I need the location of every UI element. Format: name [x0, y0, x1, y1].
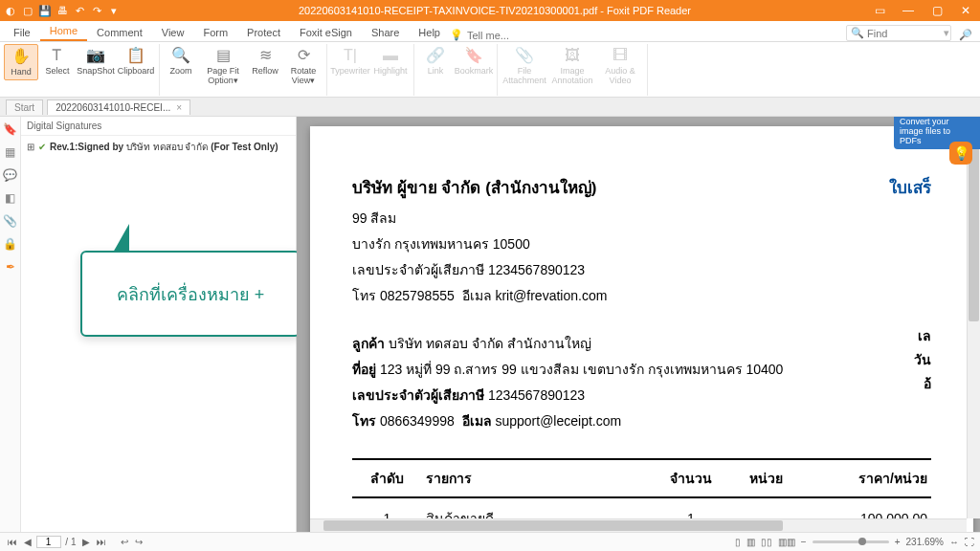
signatures-panel-icon[interactable]: ✒: [6, 260, 15, 274]
zoom-slider[interactable]: [813, 540, 889, 543]
fwd-view-icon[interactable]: ↪: [133, 537, 145, 547]
th-item: รายการ: [422, 459, 654, 497]
bulb-icon: 💡: [450, 29, 463, 41]
prev-page-icon[interactable]: ◀: [22, 537, 33, 547]
typewriter-button[interactable]: T|Typewriter: [331, 44, 369, 78]
tab-view[interactable]: View: [152, 24, 194, 41]
zoom-button[interactable]: 🔍Zoom: [164, 44, 198, 78]
tab-comment[interactable]: Comment: [87, 24, 152, 41]
layers-panel-icon[interactable]: ◧: [5, 191, 15, 205]
continuous-facing-view-icon[interactable]: ▥▥: [778, 537, 795, 547]
th-price: ราคา/หน่วย: [804, 459, 931, 497]
maximize-icon[interactable]: ▢: [926, 4, 947, 17]
highlight-button[interactable]: ▬Highlight: [371, 44, 410, 78]
fit-width-icon[interactable]: ↔: [949, 537, 959, 547]
find-input[interactable]: [867, 28, 944, 39]
tab-document[interactable]: 20220603141010-RECEI...×: [47, 99, 190, 115]
zoom-controls: − + 231.69% ↔ ⛶: [801, 537, 974, 547]
document-viewer[interactable]: Convert your image files to PDFs 💡 ใบเสร…: [297, 117, 980, 532]
viewer-horizontal-scrollbar[interactable]: [310, 518, 967, 532]
h-scroll-thumb[interactable]: [323, 520, 783, 531]
security-panel-icon[interactable]: 🔒: [3, 237, 17, 251]
back-view-icon[interactable]: ↩: [119, 537, 130, 547]
zoom-level[interactable]: 231.69%: [906, 537, 944, 547]
valid-sig-icon: ✔: [38, 142, 46, 152]
bookmarks-panel-icon[interactable]: 🔖: [3, 122, 17, 136]
thumbnails-panel-icon[interactable]: ▦: [5, 145, 15, 159]
image-icon: 🖼: [563, 46, 582, 65]
r-lab-no: เล: [918, 325, 931, 346]
tab-help[interactable]: Help: [409, 24, 450, 41]
signatures-panel-header: Digital Signatures: [21, 117, 296, 136]
status-bar: ⏮ ◀ / 1 ▶ ⏭ ↩ ↪ ▯ ▥ ▯▯ ▥▥ − + 231.69% ↔ …: [0, 532, 980, 551]
chevron-down-icon[interactable]: ▾: [944, 27, 949, 39]
media-icon: 🎞: [611, 46, 630, 65]
image-annotation-button[interactable]: 🖼Image Annotation: [549, 44, 595, 88]
print-icon[interactable]: 🖶: [56, 4, 69, 17]
zoom-slider-knob[interactable]: [858, 538, 866, 545]
minimize-icon[interactable]: —: [898, 4, 919, 17]
redo-icon[interactable]: ↷: [90, 4, 103, 17]
tab-file[interactable]: File: [4, 24, 40, 41]
tab-esign[interactable]: Foxit eSign: [290, 24, 362, 41]
advanced-search-icon[interactable]: 🔎: [955, 29, 976, 41]
signatures-panel: Digital Signatures ⊞ ✔ Rev.1:Signed by บ…: [21, 117, 297, 532]
hand-icon: ✋: [11, 47, 31, 66]
close-icon[interactable]: ✕: [955, 4, 976, 17]
undo-icon[interactable]: ↶: [73, 4, 86, 17]
r-lab-ref: อ้: [924, 373, 931, 394]
expand-icon[interactable]: ⊞: [27, 142, 34, 152]
hand-tool-button[interactable]: ✋Hand: [4, 44, 38, 80]
first-page-icon[interactable]: ⏮: [6, 537, 19, 547]
link-button[interactable]: 🔗Link: [418, 44, 453, 78]
typewriter-icon: T|: [341, 46, 360, 65]
tell-me-input[interactable]: [467, 30, 534, 41]
reflow-icon: ≋: [256, 46, 275, 65]
snapshot-button[interactable]: 📷SnapShot: [77, 44, 115, 78]
select-tool-button[interactable]: ᎢSelect: [40, 44, 75, 78]
reflow-button[interactable]: ≋Reflow: [248, 44, 282, 78]
company-contact: โทร 0825798555 อีเมล krit@frevation.com: [352, 285, 931, 306]
audio-video-button[interactable]: 🎞Audio & Video: [597, 44, 643, 88]
page-input[interactable]: [36, 536, 61, 548]
file-attachment-button[interactable]: 📎File Attachment: [501, 44, 547, 88]
zoom-in-icon[interactable]: +: [895, 537, 901, 547]
fit-page-icon[interactable]: ⛶: [965, 537, 974, 547]
tab-home[interactable]: Home: [40, 22, 87, 41]
last-page-icon[interactable]: ⏭: [95, 537, 108, 547]
qat-dropdown-icon[interactable]: ▾: [107, 4, 121, 17]
ui-mode-icon[interactable]: ▭: [869, 4, 890, 17]
fitpage-icon: ▤: [213, 46, 233, 65]
continuous-view-icon[interactable]: ▥: [746, 537, 755, 547]
link-icon: 🔗: [426, 46, 445, 65]
tab-protect[interactable]: Protect: [237, 24, 290, 41]
highlight-icon: ▬: [381, 46, 400, 65]
clipboard-icon: 📋: [126, 46, 145, 65]
tab-form[interactable]: Form: [193, 24, 237, 41]
close-tab-icon[interactable]: ×: [176, 102, 182, 113]
zoom-out-icon[interactable]: −: [801, 537, 807, 547]
attachments-panel-icon[interactable]: 📎: [3, 214, 17, 228]
company-addr1: 99 สีลม: [352, 208, 931, 229]
open-icon[interactable]: ▢: [21, 4, 34, 17]
tell-me-search[interactable]: 💡: [450, 29, 612, 41]
facing-view-icon[interactable]: ▯▯: [761, 537, 772, 547]
single-page-view-icon[interactable]: ▯: [735, 537, 741, 547]
bookmark-button[interactable]: 🔖Bookmark: [455, 44, 493, 78]
help-bulb-button[interactable]: 💡: [949, 142, 972, 165]
next-page-icon[interactable]: ▶: [80, 537, 92, 547]
tab-start[interactable]: Start: [6, 99, 43, 115]
tab-share[interactable]: Share: [362, 24, 409, 41]
camera-icon: 📷: [86, 46, 105, 65]
signature-entry[interactable]: ⊞ ✔ Rev.1:Signed by บริษัท ทดสอบ จำกัด (…: [21, 136, 296, 158]
rotate-view-button[interactable]: ⟳Rotate View▾: [284, 44, 323, 88]
find-combo[interactable]: 🔍 ▾: [846, 25, 951, 41]
window-title: 20220603141010-RECEIPT-TAXINVOICE-TIV202…: [121, 5, 869, 16]
save-icon[interactable]: 💾: [38, 4, 52, 17]
th-unit: หน่วย: [728, 459, 804, 497]
viewer-vertical-scrollbar[interactable]: [967, 117, 980, 518]
clipboard-button[interactable]: 📋Clipboard: [117, 44, 155, 78]
page-fit-button[interactable]: ▤Page Fit Option▾: [200, 44, 246, 88]
title-bar: ◐ ▢ 💾 🖶 ↶ ↷ ▾ 20220603141010-RECEIPT-TAX…: [0, 0, 980, 21]
comments-panel-icon[interactable]: 💬: [3, 168, 17, 182]
